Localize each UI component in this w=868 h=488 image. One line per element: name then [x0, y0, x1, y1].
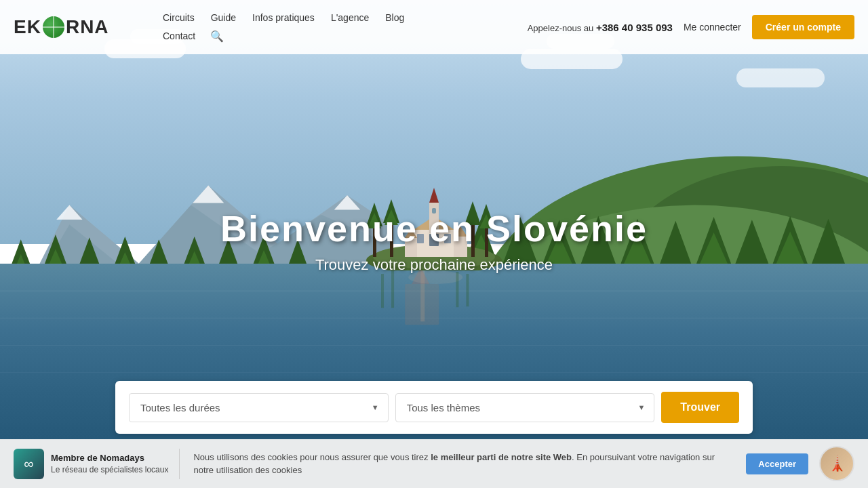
nav-agence[interactable]: L'agence — [324, 9, 376, 26]
svg-rect-66 — [456, 272, 458, 307]
duration-select-wrapper: Toutes les durées 1-3 jours 4-7 jours 8-… — [129, 393, 389, 422]
svg-marker-50 — [734, 220, 769, 266]
hero-title: Bienvenue en Slovénie — [220, 207, 648, 249]
avatar: 🗼 — [819, 446, 854, 481]
cookie-text-bold: le meilleur parti de notre site Web — [431, 452, 572, 462]
header-right: Appelez-nous au +386 40 935 093 Me conne… — [528, 15, 854, 39]
search-icon-button[interactable]: 🔍 — [205, 27, 229, 45]
svg-rect-64 — [381, 274, 384, 308]
phone-number: +386 40 935 093 — [596, 22, 673, 33]
logo-globe-icon — [43, 16, 64, 38]
svg-marker-84 — [429, 188, 439, 203]
header: EK RNA Circuits Guide Infos pratiques L'… — [0, 0, 868, 54]
nomadays-subtitle: Le réseau de spécialistes locaux — [51, 464, 168, 476]
nav-guide[interactable]: Guide — [204, 9, 243, 26]
duration-select[interactable]: Toutes les durées 1-3 jours 4-7 jours 8-… — [129, 393, 389, 422]
hero-subtitle: Trouvez votre prochaine expérience — [220, 256, 648, 274]
logo[interactable]: EK RNA — [14, 16, 136, 38]
cookie-text-part1: Nous utilisons des cookies pour nous ass… — [193, 452, 431, 462]
svg-rect-61 — [405, 284, 439, 325]
cookie-banner: ∞ Membre de Nomadays Le réseau de spécia… — [0, 439, 868, 488]
search-bar: Toutes les durées 1-3 jours 4-7 jours 8-… — [115, 381, 753, 434]
nav-blog[interactable]: Blog — [378, 9, 411, 26]
cookie-message: Nous utilisons des cookies pour nous ass… — [193, 451, 735, 477]
logo-text-after: RNA — [66, 16, 109, 38]
search-button[interactable]: Trouver — [661, 392, 739, 423]
nav-infos[interactable]: Infos pratiques — [245, 9, 321, 26]
nomadays-logo-icon: ∞ — [14, 449, 44, 479]
nav-circuits[interactable]: Circuits — [156, 9, 201, 26]
svg-marker-45 — [660, 220, 691, 263]
create-account-button[interactable]: Créer un compte — [752, 15, 854, 39]
nomadays-text: Membre de Nomadays Le réseau de spéciali… — [51, 452, 168, 476]
accept-cookies-button[interactable]: Accepter — [746, 453, 808, 474]
svg-marker-2 — [56, 205, 82, 220]
theme-select-wrapper: Tous les thèmes Nature Culture Aventure … — [395, 393, 655, 422]
login-link[interactable]: Me connecter — [684, 22, 741, 33]
svg-marker-3 — [193, 186, 224, 203]
theme-select[interactable]: Tous les thèmes Nature Culture Aventure … — [395, 393, 655, 422]
cloud-5 — [736, 68, 825, 87]
nomadays-badge: ∞ Membre de Nomadays Le réseau de spécia… — [14, 449, 180, 479]
hero-text: Bienvenue en Slovénie Trouvez votre proc… — [220, 207, 648, 274]
svg-rect-67 — [466, 274, 469, 306]
logo-text-before: EK — [14, 16, 41, 38]
nav-bottom-row: Contact 🔍 — [156, 27, 411, 45]
nomadays-title: Membre de Nomadays — [51, 452, 168, 464]
phone-area: Appelez-nous au +386 40 935 093 — [528, 22, 673, 33]
nav-contact[interactable]: Contact — [156, 28, 202, 44]
phone-label: Appelez-nous au — [528, 23, 594, 33]
svg-rect-65 — [391, 270, 394, 308]
svg-marker-55 — [811, 219, 846, 266]
nav-top-row: Circuits Guide Infos pratiques L'agence … — [156, 9, 411, 26]
navigation: Circuits Guide Infos pratiques L'agence … — [156, 9, 411, 45]
